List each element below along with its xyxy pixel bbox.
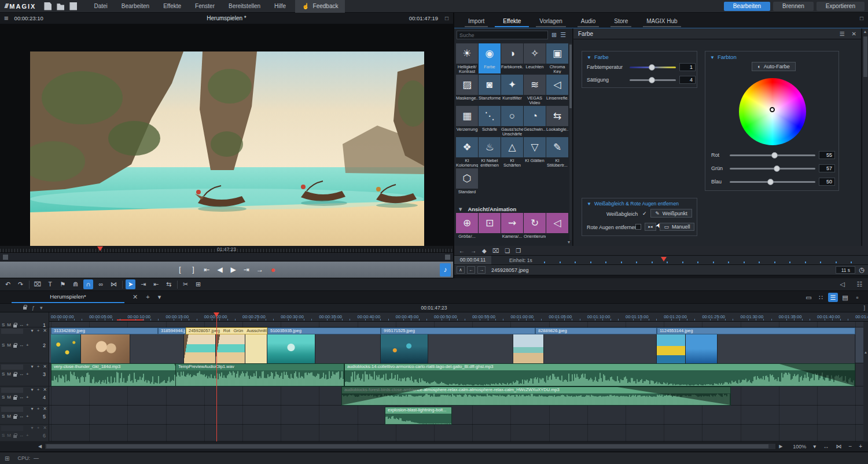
track-close-icon[interactable]: ✕ [43, 364, 47, 369]
menu-datei[interactable]: Datei [87, 0, 114, 13]
effect-tile-helligkeit-kontrast[interactable]: ☀Helligkeit/ Kontrast [456, 43, 478, 73]
video-clip[interactable]: 313342890.jpeg [51, 327, 158, 334]
zoom-level[interactable]: 100% [793, 444, 806, 450]
scroll-down-icon[interactable]: ▾ [568, 240, 570, 245]
track-plus-icon[interactable]: + [26, 414, 29, 419]
zoom-objects-icon[interactable]: ⊞ [193, 279, 203, 289]
video-clip[interactable]: 1124553144.jpeg [657, 327, 855, 334]
solo-button[interactable]: S [2, 414, 5, 419]
menu-bereitstellen[interactable]: Bereitstellen [222, 0, 267, 13]
view-tile-item1[interactable]: ⊡ [479, 213, 501, 238]
track-plus-icon[interactable]: + [26, 433, 29, 438]
mute-button[interactable]: M [7, 343, 11, 348]
auto-color-button[interactable]: ◐ Auto-Farbe [752, 62, 796, 71]
sättigung-slider-thumb[interactable] [649, 77, 655, 83]
effect-tile-ki-schärfen[interactable]: △KI Schärfen [501, 137, 523, 167]
audio-clip[interactable]: very-close-thunder_Gkl_184d.mp3 [51, 363, 186, 386]
effect-tile-lookabgle-[interactable]: ⇆Lookabgle... [546, 106, 568, 136]
menu-bearbeiten[interactable]: Bearbeiten [115, 0, 156, 13]
jump-start-button[interactable]: ⇤ [203, 266, 211, 274]
browser-scrollbar[interactable] [569, 43, 572, 240]
clock-icon[interactable]: ◷ [859, 266, 865, 274]
tab-effekte[interactable]: Effekte [495, 16, 529, 27]
track-plus-icon[interactable]: + [26, 395, 29, 400]
header-dropdown-icon[interactable]: ▾ [40, 305, 43, 311]
track-lock-icon[interactable] [13, 345, 17, 348]
zoom-range-icon[interactable]: ⋈ [836, 443, 841, 450]
farbtemperatur-slider-thumb[interactable] [649, 64, 655, 71]
effect-menu-icon[interactable]: ☰ [840, 31, 845, 37]
range-start-button[interactable]: [ [176, 266, 184, 274]
effect-tile-ki-nebel-entfernen[interactable]: ♨KI Nebel entfernen [479, 137, 501, 167]
mixer-icon[interactable]: ☷ [855, 279, 865, 289]
preview-maximize-icon[interactable]: □ [445, 15, 448, 21]
track-add-icon[interactable]: + [37, 328, 40, 333]
solo-button[interactable]: S [2, 371, 5, 377]
effect-tile-schärfe[interactable]: ⋱Schärfe [479, 106, 501, 136]
grün-slider-track[interactable] [730, 168, 815, 170]
effect-tile-chroma-key[interactable]: ▣Chroma Key [546, 43, 568, 73]
audio-clip[interactable]: audioblocks-forest-birds-close-ambience-… [341, 386, 731, 406]
track-lock-icon[interactable] [13, 397, 17, 400]
preview-scrollbar[interactable] [0, 253, 453, 262]
effect-tile-kunstfilter[interactable]: ✦Kunstfilter [501, 75, 523, 105]
track-dropdown-icon[interactable]: ▾ [31, 406, 34, 411]
farbton-section-header[interactable]: ▼Farbton [710, 54, 737, 60]
scroll-up-icon[interactable]: ▲ [863, 351, 868, 354]
hscrollbar-track[interactable] [45, 444, 775, 449]
track-close-icon[interactable]: ✕ [43, 406, 47, 411]
kf-delete-icon[interactable]: ⌧ [492, 248, 499, 254]
link-objects-icon[interactable]: ∞ [96, 279, 106, 289]
track-name-field[interactable] [1, 364, 23, 370]
kf-prev-icon[interactable]: ← [459, 248, 465, 254]
view-tile-größe-[interactable]: ⊕Größe/... [456, 213, 478, 238]
farbe-section-header[interactable]: ▼Farbe [587, 54, 609, 60]
audio-clip[interactable]: audioblocks-14-collettivo-armonico-carlo… [344, 363, 855, 386]
view-tile-kamera-[interactable]: ⇝Kamera/... [501, 213, 523, 238]
clip-thumbnail[interactable] [81, 334, 130, 363]
effect-tile-ki-stilübertr-[interactable]: ✎KI Stilübertr... [546, 137, 568, 167]
track-lock-icon[interactable] [13, 325, 17, 327]
tab-close-icon[interactable]: ✕ [133, 293, 138, 301]
object-prev-icon[interactable]: ← [467, 266, 475, 274]
clip-thumbnail[interactable] [513, 334, 544, 363]
effect-tile-stanzformen[interactable]: ◙Stanzformen [479, 75, 501, 105]
mute-button[interactable]: M [7, 371, 11, 377]
track-width-icon[interactable]: ↔ [19, 371, 24, 377]
record-button[interactable]: ● [269, 265, 277, 274]
jump-range-end-button[interactable]: ⇥ [242, 266, 251, 274]
clip-thumbnail[interactable] [428, 334, 513, 363]
track-dropdown-icon[interactable]: ▾ [31, 387, 34, 392]
effect-tile-verzerrung[interactable]: ▦Verzerrung [456, 106, 478, 136]
solo-button[interactable]: S [2, 433, 5, 438]
kf-add-icon[interactable]: ◆ [482, 248, 487, 254]
prev-frame-button[interactable]: ◀ [216, 266, 224, 274]
effect-tile-standard[interactable]: ⬡Standard [456, 168, 478, 198]
track-dropdown-icon[interactable]: ▾ [31, 328, 34, 333]
bearbeiten-mode-button[interactable]: Bearbeiten [724, 2, 770, 11]
clip-thumbnail[interactable] [267, 334, 315, 363]
snap-icon[interactable]: ∩ [83, 279, 93, 289]
clip-thumbnail[interactable] [51, 334, 81, 363]
track-lock-icon[interactable] [13, 374, 17, 377]
track-width-icon[interactable]: ↔ [19, 343, 24, 348]
farbtemperatur-value[interactable]: 1 [679, 63, 696, 71]
kf-paste-icon[interactable]: ❐ [516, 248, 521, 254]
editor-scrollbar[interactable]: ▲ [862, 28, 868, 246]
clip-thumbnail[interactable] [686, 334, 718, 363]
effects-f-icon[interactable]: ƒ [32, 305, 35, 311]
track-row-5[interactable] [49, 406, 868, 425]
tab-magix-hub[interactable]: MAGIX Hub [638, 16, 685, 27]
effect-tile-ki-kolorierung[interactable]: ❖KI Kolorierung [456, 137, 478, 167]
track-name-field[interactable] [1, 388, 23, 393]
track-width-icon[interactable]: ↔ [19, 433, 24, 438]
zoom-fit-icon[interactable]: ↔ [823, 443, 829, 450]
tab-vorlagen[interactable]: Vorlagen [531, 16, 570, 27]
redeye-checkbox[interactable] [635, 224, 641, 230]
scroll-left-icon[interactable]: ◀ [38, 444, 42, 449]
track-row-6[interactable] [49, 425, 868, 441]
track-add-icon[interactable]: + [37, 387, 40, 392]
clip-thumbnail[interactable] [718, 334, 855, 363]
mute-button[interactable]: M [7, 322, 11, 327]
track-width-icon[interactable]: ↔ [19, 414, 24, 419]
